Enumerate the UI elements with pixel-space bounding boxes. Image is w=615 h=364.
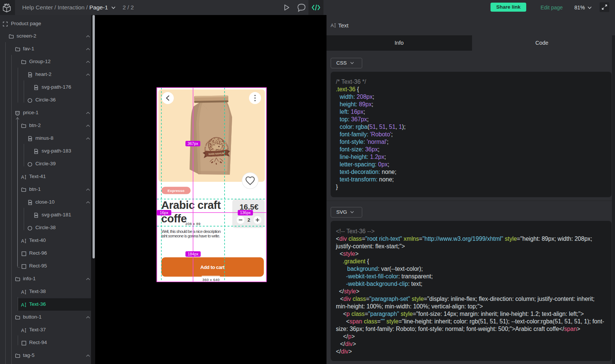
svg-text:taht someone is gonna have to: taht someone is gonna have to write. bbox=[161, 234, 220, 238]
svg-text:A: A bbox=[21, 302, 24, 307]
svg-text:136px: 136px bbox=[240, 210, 251, 215]
svg-text:A: A bbox=[21, 328, 24, 333]
svg-text:Arabic craft: Arabic craft bbox=[161, 199, 221, 211]
svg-text:360 x 640: 360 x 640 bbox=[202, 278, 220, 282]
svg-text:A: A bbox=[21, 175, 24, 180]
svg-text:208 x 89: 208 x 89 bbox=[185, 222, 200, 226]
svg-text:Well, this should be a nice de: Well, this should be a nice description bbox=[161, 229, 221, 234]
svg-text:A: A bbox=[331, 23, 334, 28]
svg-text:Expresso: Expresso bbox=[167, 189, 184, 193]
svg-text:A: A bbox=[21, 290, 24, 295]
svg-text:16px: 16px bbox=[160, 210, 169, 215]
svg-text:Add to cart: Add to cart bbox=[200, 264, 225, 270]
svg-text:367px: 367px bbox=[187, 141, 198, 146]
svg-text:16.5€: 16.5€ bbox=[240, 203, 258, 211]
svg-text:A: A bbox=[21, 239, 24, 243]
svg-text:184px: 184px bbox=[188, 252, 199, 256]
svg-text:2: 2 bbox=[248, 217, 250, 223]
